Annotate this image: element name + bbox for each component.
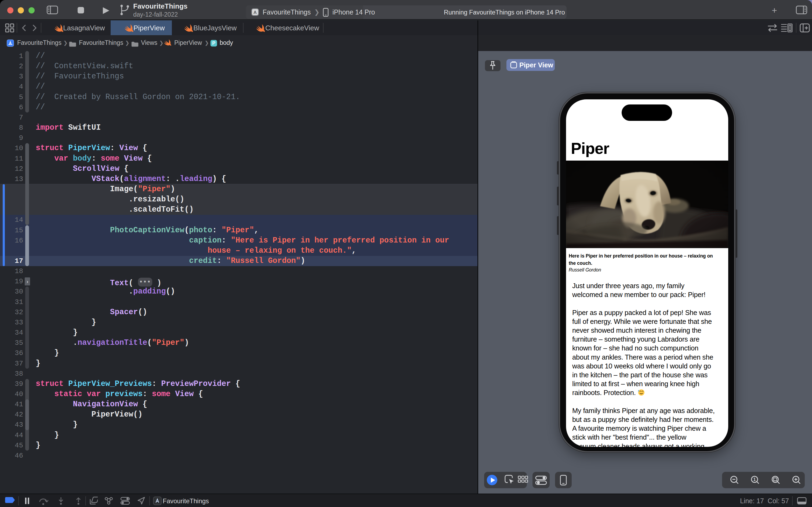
svg-text:P: P — [212, 41, 215, 46]
svg-text:1: 1 — [753, 477, 756, 482]
svg-text:A: A — [253, 10, 257, 15]
